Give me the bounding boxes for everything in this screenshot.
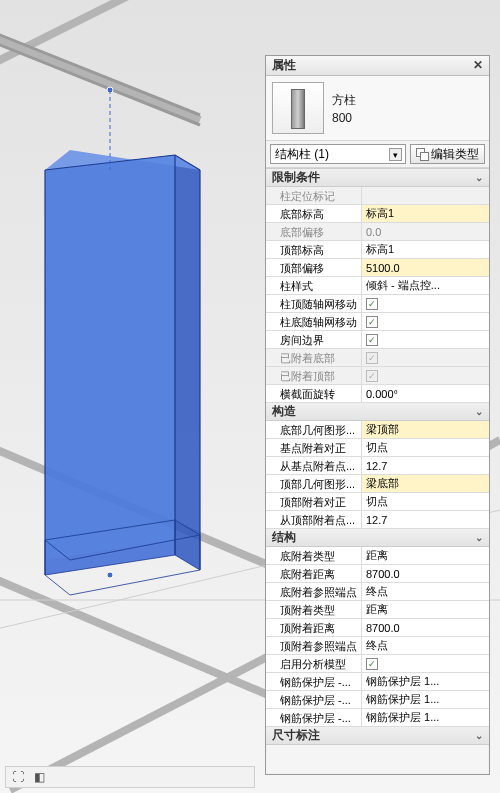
- property-group-header[interactable]: 限制条件⌄: [266, 169, 489, 187]
- property-value[interactable]: 钢筋保护层 1...: [362, 691, 489, 708]
- property-row[interactable]: 柱样式倾斜 - 端点控...: [266, 277, 489, 295]
- expand-icon: ⌄: [473, 730, 485, 742]
- properties-list[interactable]: 限制条件⌄柱定位标记底部标高标高1底部偏移0.0顶部标高标高1顶部偏移5100.…: [266, 168, 489, 774]
- property-label: 顶部偏移: [266, 259, 362, 276]
- type-thumbnail: [272, 82, 324, 134]
- property-row[interactable]: 基点附着对正切点: [266, 439, 489, 457]
- property-row[interactable]: 柱顶随轴网移动✓: [266, 295, 489, 313]
- property-value[interactable]: 钢筋保护层 1...: [362, 709, 489, 726]
- chevron-down-icon: ▾: [389, 148, 402, 161]
- property-value[interactable]: 5100.0: [362, 259, 489, 276]
- property-group-header[interactable]: 尺寸标注⌄: [266, 727, 489, 745]
- property-row[interactable]: 顶附着参照端点终点: [266, 637, 489, 655]
- expand-icon: ⌄: [473, 532, 485, 544]
- property-row[interactable]: 房间边界✓: [266, 331, 489, 349]
- checkbox-icon[interactable]: ✓: [366, 316, 378, 328]
- property-row[interactable]: 底部标高标高1: [266, 205, 489, 223]
- checkbox-icon[interactable]: ✓: [366, 658, 378, 670]
- property-row[interactable]: 从基点附着点...12.7: [266, 457, 489, 475]
- property-value[interactable]: 终点: [362, 583, 489, 600]
- family-name: 方柱: [332, 92, 356, 109]
- property-label: 顶部附着对正: [266, 493, 362, 510]
- property-row[interactable]: 顶附着类型距离: [266, 601, 489, 619]
- property-value[interactable]: 梁顶部: [362, 421, 489, 438]
- property-value[interactable]: 距离: [362, 547, 489, 564]
- checkbox-icon[interactable]: ✓: [366, 298, 378, 310]
- property-row[interactable]: 从顶部附着点...12.7: [266, 511, 489, 529]
- edit-type-label: 编辑类型: [431, 146, 479, 163]
- property-row[interactable]: 钢筋保护层 -...钢筋保护层 1...: [266, 691, 489, 709]
- property-row[interactable]: 顶部标高标高1: [266, 241, 489, 259]
- property-row: 柱定位标记: [266, 187, 489, 205]
- property-group-header[interactable]: 结构⌄: [266, 529, 489, 547]
- property-value: [362, 187, 489, 204]
- property-label: 底部几何图形...: [266, 421, 362, 438]
- checkbox-icon: ✓: [366, 370, 378, 382]
- property-value[interactable]: 8700.0: [362, 565, 489, 582]
- checkbox-icon[interactable]: ✓: [366, 334, 378, 346]
- property-value[interactable]: 终点: [362, 637, 489, 654]
- property-label: 房间边界: [266, 331, 362, 348]
- property-label: 底部偏移: [266, 223, 362, 240]
- property-value[interactable]: 0.000°: [362, 385, 489, 402]
- property-value[interactable]: ✓: [362, 655, 489, 672]
- property-row[interactable]: 底附着类型距离: [266, 547, 489, 565]
- property-label: 底附着类型: [266, 547, 362, 564]
- svg-line-3: [0, 560, 280, 700]
- property-value[interactable]: 倾斜 - 端点控...: [362, 277, 489, 294]
- edit-type-icon: [416, 148, 428, 160]
- expand-icon: ⌄: [473, 172, 485, 184]
- property-label: 底附着参照端点: [266, 583, 362, 600]
- property-row[interactable]: 顶部几何图形...梁底部: [266, 475, 489, 493]
- property-value[interactable]: 切点: [362, 439, 489, 456]
- property-row[interactable]: 横截面旋转0.000°: [266, 385, 489, 403]
- property-group-header[interactable]: 构造⌄: [266, 403, 489, 421]
- property-row[interactable]: 钢筋保护层 -...钢筋保护层 1...: [266, 673, 489, 691]
- property-value[interactable]: 距离: [362, 601, 489, 618]
- property-value[interactable]: ✓: [362, 313, 489, 330]
- property-label: 顶附着类型: [266, 601, 362, 618]
- property-label: 柱样式: [266, 277, 362, 294]
- property-label: 已附着顶部: [266, 367, 362, 384]
- property-label: 顶附着参照端点: [266, 637, 362, 654]
- property-row: 底部偏移0.0: [266, 223, 489, 241]
- property-row[interactable]: 启用分析模型✓: [266, 655, 489, 673]
- close-icon[interactable]: ✕: [471, 59, 485, 73]
- view-control-bar[interactable]: ⛶ ◧: [5, 766, 255, 788]
- property-label: 基点附着对正: [266, 439, 362, 456]
- type-selector[interactable]: 方柱 800: [266, 76, 489, 141]
- property-value[interactable]: ✓: [362, 295, 489, 312]
- properties-palette: 属性 ✕ 方柱 800 结构柱 (1) ▾ 编辑类型 限制条件⌄柱定位标记底部标…: [265, 55, 490, 775]
- property-row[interactable]: 顶部偏移5100.0: [266, 259, 489, 277]
- property-row[interactable]: 底附着参照端点终点: [266, 583, 489, 601]
- svg-marker-13: [45, 155, 175, 560]
- palette-title: 属性: [272, 57, 471, 74]
- expand-icon: ⌄: [473, 406, 485, 418]
- property-label: 已附着底部: [266, 349, 362, 366]
- property-value[interactable]: 钢筋保护层 1...: [362, 673, 489, 690]
- edit-type-button[interactable]: 编辑类型: [410, 144, 485, 164]
- property-value[interactable]: ✓: [362, 331, 489, 348]
- property-value[interactable]: 切点: [362, 493, 489, 510]
- type-text: 方柱 800: [332, 92, 356, 125]
- property-value[interactable]: 8700.0: [362, 619, 489, 636]
- instance-filter-dropdown[interactable]: 结构柱 (1) ▾: [270, 144, 406, 164]
- property-value[interactable]: 12.7: [362, 457, 489, 474]
- property-label: 柱底随轴网移动: [266, 313, 362, 330]
- instance-filter-value: 结构柱 (1): [275, 146, 329, 163]
- property-row: 已附着底部✓: [266, 349, 489, 367]
- svg-line-0: [0, 20, 200, 120]
- property-value[interactable]: 标高1: [362, 241, 489, 258]
- property-row[interactable]: 底附着距离8700.0: [266, 565, 489, 583]
- property-row[interactable]: 底部几何图形...梁顶部: [266, 421, 489, 439]
- property-row[interactable]: 钢筋保护层 -...钢筋保护层 1...: [266, 709, 489, 727]
- property-value[interactable]: 标高1: [362, 205, 489, 222]
- property-label: 钢筋保护层 -...: [266, 709, 362, 726]
- property-label: 底部标高: [266, 205, 362, 222]
- palette-titlebar[interactable]: 属性 ✕: [266, 56, 489, 76]
- property-row[interactable]: 柱底随轴网移动✓: [266, 313, 489, 331]
- property-row[interactable]: 顶附着距离8700.0: [266, 619, 489, 637]
- property-value[interactable]: 梁底部: [362, 475, 489, 492]
- property-value[interactable]: 12.7: [362, 511, 489, 528]
- property-row[interactable]: 顶部附着对正切点: [266, 493, 489, 511]
